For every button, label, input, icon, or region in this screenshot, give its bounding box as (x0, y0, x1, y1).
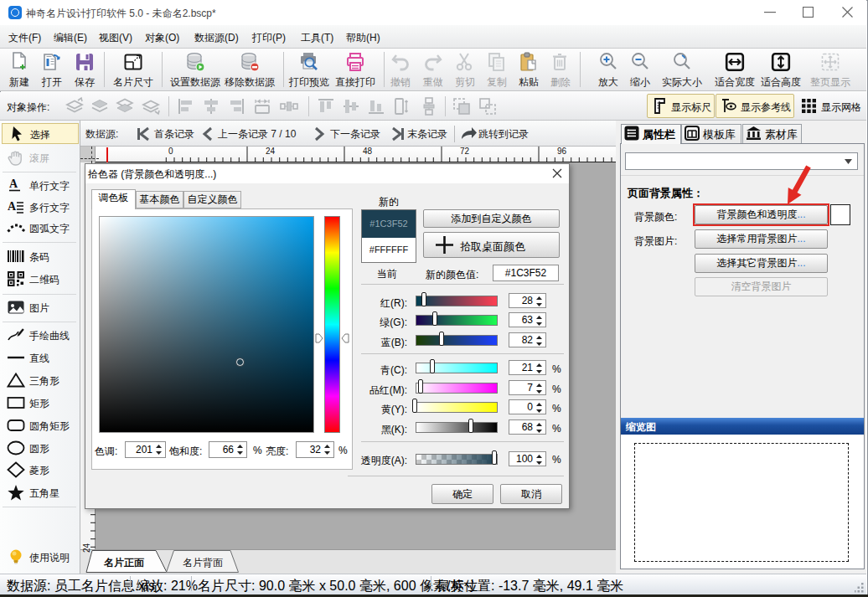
svg-text:A: A (9, 178, 18, 190)
svg-text:48: 48 (363, 147, 373, 156)
svg-text:0: 0 (168, 147, 173, 156)
svg-text:A: A (8, 200, 17, 213)
svg-text:24: 24 (266, 147, 276, 156)
svg-text:72: 72 (460, 147, 470, 156)
svg-text:96: 96 (557, 147, 567, 156)
